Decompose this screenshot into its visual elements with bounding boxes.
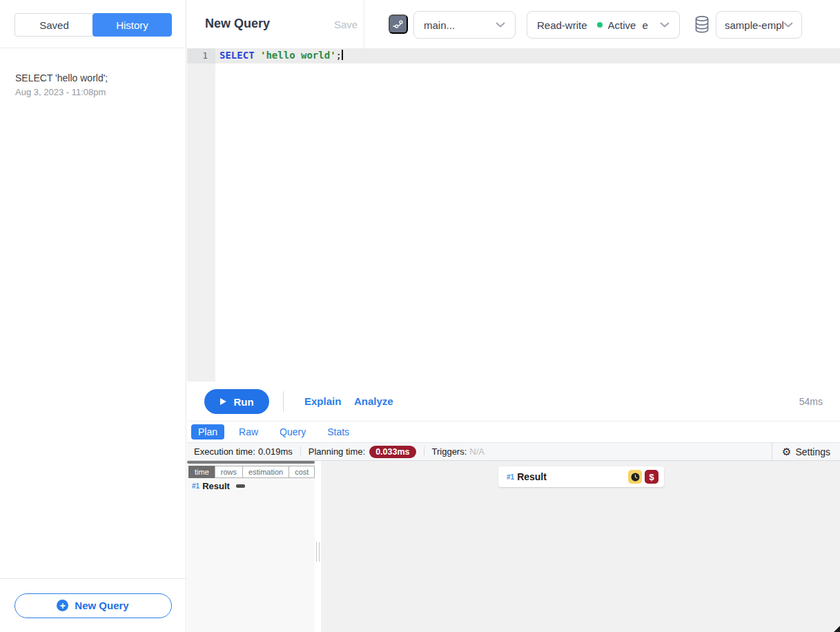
plan-node-list-panel: time rows estimation cost #1 Result	[187, 461, 315, 632]
sidebar: Saved History SELECT 'hello world'; Aug …	[0, 0, 186, 632]
chevron-down-icon	[783, 22, 793, 28]
horizontal-scrollbar[interactable]	[187, 461, 315, 464]
plus-icon: +	[57, 600, 68, 611]
gear-icon: ⚙	[782, 446, 791, 458]
history-timestamp: Aug 3, 2023 - 11:08pm	[15, 87, 170, 97]
saved-history-segmented-control: Saved History	[14, 13, 172, 37]
tab-stats[interactable]: Stats	[320, 424, 356, 440]
page-title: New Query	[205, 17, 270, 31]
plan-sort-buttons: time rows estimation cost	[189, 466, 315, 478]
plan-node-name: Result	[202, 481, 230, 491]
save-button[interactable]: Save	[334, 19, 358, 30]
topbar-divider	[364, 0, 364, 48]
plan-list-item[interactable]: #1 Result	[192, 481, 245, 491]
history-list-item[interactable]: SELECT 'hello world'; Aug 3, 2023 - 11:0…	[0, 71, 186, 97]
chevron-down-icon	[660, 22, 670, 28]
tab-history[interactable]: History	[92, 13, 172, 37]
query-tool-app: Saved History SELECT 'hello world'; Aug …	[0, 0, 840, 632]
sql-tail: ;	[336, 50, 342, 61]
git-branch-icon	[392, 18, 404, 30]
query-duration: 54ms	[799, 396, 823, 407]
endpoint-select-dropdown[interactable]: Read-write Active e	[527, 11, 680, 39]
new-query-button[interactable]: + New Query	[14, 593, 172, 618]
play-icon	[219, 397, 227, 406]
branch-select-value: main...	[424, 19, 455, 31]
sidebar-header: Saved History	[0, 0, 186, 48]
plan-view: time rows estimation cost #1 Result #1	[187, 461, 840, 632]
tab-saved[interactable]: Saved	[14, 13, 94, 37]
planning-time-badge: 0.033ms	[369, 446, 416, 458]
triggers-label: Triggers:	[432, 446, 467, 457]
sql-editor[interactable]: 1 SELECT 'hello world';	[187, 48, 840, 382]
database-select-value: sample-emplo...	[725, 19, 783, 31]
analyze-link[interactable]: Analyze	[354, 395, 393, 407]
endpoint-mode: Read-write	[537, 19, 587, 31]
drag-handle-icon	[316, 542, 320, 562]
plan-node-badges: $	[628, 470, 658, 484]
sql-space	[255, 50, 260, 61]
run-toolbar: Run Explain Analyze 54ms	[187, 382, 840, 422]
tab-raw[interactable]: Raw	[232, 424, 265, 440]
plan-diagram-canvas[interactable]: #1 Result $	[321, 461, 840, 632]
sql-string: 'hello world'	[260, 50, 336, 61]
plan-node-id: #1	[192, 482, 199, 490]
history-query-text: SELECT 'hello world';	[15, 71, 170, 85]
active-status-dot-icon	[597, 22, 603, 28]
branch-icon-button[interactable]	[389, 14, 408, 34]
sidebar-footer: + New Query	[0, 578, 186, 632]
execution-time-label: Execution time:	[194, 446, 255, 457]
sql-keyword: SELECT	[219, 50, 255, 61]
planning-time-label: Planning time:	[309, 446, 365, 457]
plan-node-name: Result	[517, 471, 547, 482]
results-tab-bar: Plan Raw Query Stats	[187, 422, 840, 442]
clock-badge-icon	[628, 470, 642, 484]
settings-label: Settings	[795, 446, 830, 457]
sort-by-cost-button[interactable]: cost	[289, 466, 315, 478]
branch-select-dropdown[interactable]: main...	[413, 11, 516, 39]
run-button-label: Run	[233, 396, 253, 408]
settings-button[interactable]: ⚙ Settings	[772, 443, 840, 460]
database-icon	[694, 15, 710, 37]
topbar: New Query Save main...	[187, 0, 840, 48]
sort-by-rows-button[interactable]: rows	[215, 466, 243, 478]
metrics-bar: Execution time: 0.019ms Planning time: 0…	[187, 442, 840, 461]
explain-link[interactable]: Explain	[304, 395, 341, 407]
panel-resize-divider[interactable]	[315, 461, 321, 632]
plan-node-time-bar	[236, 484, 245, 488]
chevron-down-icon	[496, 22, 505, 28]
tab-plan[interactable]: Plan	[191, 424, 224, 440]
endpoint-truncated-text: e	[642, 19, 647, 31]
run-button[interactable]: Run	[204, 389, 269, 414]
sort-by-time-button[interactable]: time	[188, 466, 215, 478]
sort-by-estimation-button[interactable]: estimation	[242, 466, 289, 478]
metrics-divider	[300, 446, 301, 457]
editor-gutter	[187, 48, 215, 382]
metrics-divider	[424, 446, 424, 457]
line-number: 1	[187, 50, 208, 61]
endpoint-status: Active	[608, 19, 636, 31]
database-select-dropdown[interactable]: sample-emplo...	[716, 11, 802, 39]
history-list: SELECT 'hello world'; Aug 3, 2023 - 11:0…	[0, 48, 186, 578]
run-bar-divider	[283, 391, 284, 412]
plan-node-card[interactable]: #1 Result $	[498, 466, 664, 487]
execution-time-value: 0.019ms	[258, 446, 293, 457]
main-panel: New Query Save main...	[187, 0, 840, 632]
plan-node-id: #1	[507, 473, 514, 481]
triggers-value: N/A	[469, 446, 485, 457]
cost-badge-icon: $	[645, 470, 658, 484]
resize-corner-handle[interactable]	[834, 626, 840, 632]
text-cursor	[342, 50, 343, 60]
tab-query[interactable]: Query	[273, 424, 313, 440]
editor-code-line: SELECT 'hello world';	[219, 50, 343, 61]
new-query-button-label: New Query	[75, 600, 128, 611]
